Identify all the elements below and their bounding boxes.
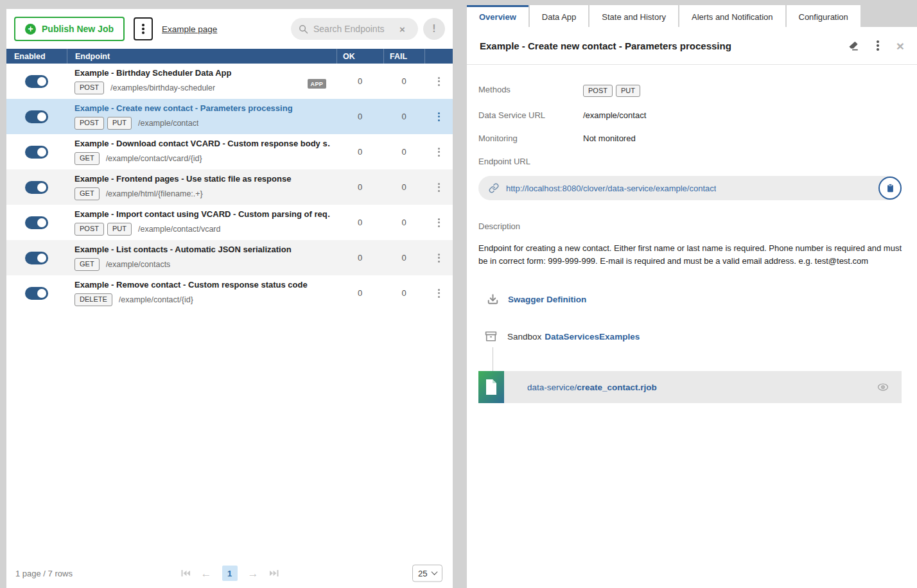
row-menu-button[interactable] <box>438 289 440 298</box>
ok-count: 0 <box>336 112 383 121</box>
endpoint-subline: GET /example/html/{filename:.+} <box>74 187 330 200</box>
data-service-url-field: Data Service URL /example/contact <box>478 110 902 120</box>
tab-label: Data App <box>542 12 577 22</box>
clear-statistics-button[interactable] <box>848 40 859 51</box>
row-actions-cell <box>424 112 453 121</box>
endpoint-cell: Example - Frontend pages - Use static fi… <box>67 174 336 200</box>
description-label: Description <box>478 221 902 231</box>
endpoint-url-link[interactable]: http://localhost:8080/clover/data-servic… <box>506 184 716 193</box>
first-page-button[interactable] <box>180 569 191 577</box>
endpoint-row[interactable]: Example - Frontend pages - Use static fi… <box>6 169 453 205</box>
job-file-row[interactable]: data-service/create_contact.rjob <box>478 371 902 403</box>
chevron-down-icon <box>432 569 438 575</box>
example-page-link[interactable]: Example page <box>162 24 217 34</box>
document-icon <box>484 378 498 396</box>
row-menu-button[interactable] <box>438 77 440 86</box>
row-menu-button[interactable] <box>438 183 440 192</box>
sandbox-link[interactable]: DataServicesExamples <box>545 332 640 342</box>
enabled-cell <box>6 146 67 159</box>
swagger-definition-link[interactable]: Swagger Definition <box>478 293 902 305</box>
endpoint-path: /example/contact/{id} <box>119 295 193 304</box>
fail-count: 0 <box>383 182 424 192</box>
last-page-button[interactable] <box>269 569 279 577</box>
pager-controls: ← 1 → <box>180 566 279 581</box>
endpoint-title: Example - Import contact using VCARD - C… <box>74 209 330 219</box>
enabled-toggle[interactable] <box>25 110 48 123</box>
prev-page-button[interactable]: ← <box>201 568 212 579</box>
method-badges: POST <box>74 82 104 94</box>
endpoint-cell: Example - Create new contact - Parameter… <box>67 103 336 129</box>
search-box[interactable]: × <box>291 18 418 40</box>
clear-search-icon[interactable]: × <box>399 24 405 34</box>
tab[interactable]: State and History <box>590 5 678 27</box>
alert-button[interactable]: ! <box>423 18 445 40</box>
row-menu-button[interactable] <box>438 112 440 121</box>
endpoint-row[interactable]: Example - Download contact VCARD - Custo… <box>6 134 453 169</box>
tab[interactable]: Overview <box>467 5 528 27</box>
preview-job-button[interactable] <box>877 383 889 392</box>
page-size-select[interactable]: 25 <box>412 565 442 582</box>
row-menu-button[interactable] <box>438 254 440 263</box>
overview-panel: Example - Create new contact - Parameter… <box>467 27 917 588</box>
endpoint-title: Example - Frontend pages - Use static fi… <box>74 174 330 184</box>
sandbox-label: Sandbox <box>507 332 541 342</box>
enabled-toggle[interactable] <box>25 75 48 88</box>
method-badge: PUT <box>107 223 132 235</box>
job-file-path: data-service/create_contact.rjob <box>527 383 657 392</box>
search-input[interactable] <box>313 24 399 34</box>
endpoint-row[interactable]: Example - Import contact using VCARD - C… <box>6 205 453 240</box>
tab[interactable]: Alerts and Notification <box>679 5 785 27</box>
panel-title: Example - Create new contact - Parameter… <box>480 40 848 51</box>
endpoint-path: /example/contact/vcard/{id} <box>106 154 202 163</box>
endpoint-title: Example - Remove contact - Custom respon… <box>74 280 330 290</box>
current-page[interactable]: 1 <box>222 566 238 581</box>
tree-connector <box>493 347 493 371</box>
method-badges: GET <box>74 258 100 270</box>
row-menu-button[interactable] <box>438 218 440 227</box>
method-badge: POST <box>583 85 613 97</box>
panel-menu-button[interactable] <box>877 40 879 51</box>
detail-panel: Overview Data App State and History Aler… <box>467 0 917 588</box>
enabled-toggle[interactable] <box>25 216 48 229</box>
endpoint-subline: POST PUT /example/contact/vcard <box>74 223 330 235</box>
arrow-left-icon: ← <box>201 568 212 579</box>
endpoints-panel: + Publish New Job Example page × ! Enabl… <box>6 9 453 588</box>
ok-count: 0 <box>336 76 383 86</box>
endpoint-row[interactable]: Example - Remove contact - Custom respon… <box>6 275 453 311</box>
close-panel-button[interactable]: × <box>896 39 904 53</box>
enabled-toggle[interactable] <box>25 181 48 194</box>
row-menu-button[interactable] <box>438 148 440 157</box>
endpoint-subline: POST PUT /example/contact <box>74 117 330 129</box>
endpoint-cell: Example - Remove contact - Custom respon… <box>67 280 336 306</box>
endpoint-title: Example - List contacts - Automatic JSON… <box>74 245 330 254</box>
enabled-cell <box>6 75 67 88</box>
eraser-icon <box>848 40 859 51</box>
endpoint-cell: Example - Import contact using VCARD - C… <box>67 209 336 235</box>
next-page-button[interactable]: → <box>248 568 259 579</box>
tab[interactable]: Data App <box>530 5 589 27</box>
arrow-right-icon: → <box>248 568 259 579</box>
enabled-toggle[interactable] <box>25 146 48 159</box>
method-badge: POST <box>74 82 104 94</box>
publish-new-job-button[interactable]: + Publish New Job <box>14 17 125 41</box>
method-badge: PUT <box>616 85 640 97</box>
eye-icon <box>877 383 889 392</box>
row-actions-cell <box>424 148 453 157</box>
data-service-url-label: Data Service URL <box>478 110 583 120</box>
endpoint-row[interactable]: Example - Create new contact - Parameter… <box>6 99 453 134</box>
tab-label: Alerts and Notification <box>692 12 773 22</box>
endpoint-row[interactable]: Example - List contacts - Automatic JSON… <box>6 240 453 275</box>
tab[interactable]: Configuration <box>787 5 860 27</box>
ok-count: 0 <box>336 147 383 157</box>
enabled-toggle[interactable] <box>25 252 48 264</box>
copy-url-button[interactable] <box>878 177 902 200</box>
toolbar-menu-button[interactable] <box>134 17 153 40</box>
method-badges: POST PUT <box>74 117 132 129</box>
endpoint-subline: GET /example/contacts <box>74 258 330 270</box>
fail-count: 0 <box>383 112 424 121</box>
method-badge: POST <box>74 117 104 129</box>
enabled-cell <box>6 287 67 300</box>
toggle-knob <box>37 289 46 298</box>
endpoint-row[interactable]: Example - Birthday Scheduler Data App PO… <box>6 64 453 99</box>
enabled-toggle[interactable] <box>25 287 48 300</box>
